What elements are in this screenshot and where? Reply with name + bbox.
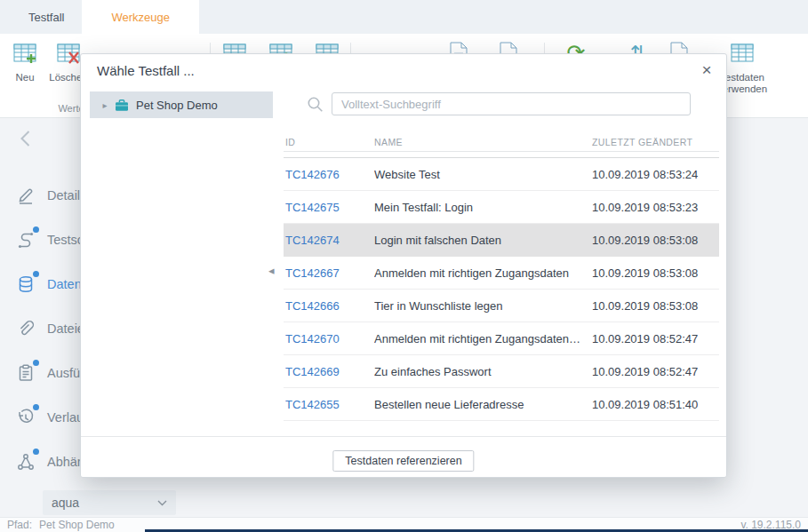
testcase-id-link[interactable]: TC142670: [284, 332, 374, 345]
tab-testfall-label: Testfall: [28, 11, 64, 24]
testcase-modified: 10.09.2019 08:53:08: [592, 234, 719, 247]
table-header: ID NAME ZULETZT GEÄNDERT: [284, 132, 719, 152]
dialog-title: Wähle Testfall ...: [97, 63, 195, 78]
briefcase-icon: [115, 99, 129, 112]
column-header-name[interactable]: NAME: [374, 137, 592, 147]
testcase-name: Login mit falschen Daten: [374, 234, 592, 247]
expand-arrow-icon[interactable]: ▸: [99, 100, 111, 110]
testcase-id-link[interactable]: TC142669: [284, 365, 374, 378]
testcase-rows: TC142676 Website Test 10.09.2019 08:53:2…: [284, 157, 719, 421]
table-new-icon: [12, 41, 37, 69]
table-row[interactable]: TC142674 Login mit falschen Daten 10.09.…: [284, 224, 719, 257]
table-row[interactable]: TC142669 Zu einfaches Passwort 10.09.201…: [284, 355, 719, 388]
testcase-id-link[interactable]: TC142676: [284, 168, 374, 181]
workspace-selector-value: aqua: [52, 496, 79, 510]
notification-dot: [33, 360, 39, 366]
testcase-name: Website Test: [374, 168, 592, 181]
sidebar-item-verlauf[interactable]: Verlauf: [16, 406, 87, 429]
testcase-id-link[interactable]: TC142666: [284, 299, 374, 313]
testcase-name: Anmelden mit richtigen Zugangsdaten (S..…: [374, 332, 592, 345]
testcase-id-link[interactable]: TC142675: [284, 201, 374, 214]
column-header-id[interactable]: ID: [284, 137, 374, 147]
testcase-name: Bestellen neue Lieferadresse: [374, 398, 592, 411]
sidebar-item-daten[interactable]: Daten: [16, 273, 82, 296]
notification-dot: [33, 449, 39, 455]
testcase-name: Tier in Wunschliste legen: [374, 299, 592, 313]
reference-testdata-button[interactable]: Testdaten referenzieren: [332, 450, 474, 472]
choose-testcase-dialog: Wähle Testfall ... × ▸ Pet Shop Demo ◂ I…: [80, 53, 727, 478]
clipboard-icon: [16, 363, 36, 383]
notification-dot: [33, 226, 39, 233]
history-icon: [16, 408, 36, 427]
search-input[interactable]: [332, 92, 691, 115]
testcase-name: Mein Testfall: Login: [374, 201, 592, 214]
ribbon-tab-bar: Testfall Werkzeuge: [0, 0, 808, 34]
workspace-selector[interactable]: aqua: [43, 490, 176, 515]
table-row[interactable]: TC142670 Anmelden mit richtigen Zugangsd…: [284, 322, 719, 355]
testcase-id-link[interactable]: TC142674: [284, 234, 374, 247]
testcase-id-link[interactable]: TC142667: [284, 266, 374, 280]
test-steps-icon: [16, 230, 36, 250]
table-use-icon: [730, 41, 755, 69]
table-row[interactable]: TC142667 Anmelden mit richtigen Zugangsd…: [284, 257, 719, 290]
collapse-panel-icon[interactable]: ◂: [268, 265, 275, 277]
footer-divider: [81, 436, 726, 437]
table-row[interactable]: TC142655 Bestellen neue Lieferadresse 10…: [284, 388, 719, 421]
testcase-name: Anmelden mit richtigen Zugangsdaten: [374, 266, 592, 280]
search-icon: [307, 96, 324, 116]
chevron-left-icon: [17, 129, 36, 152]
testcase-id-link[interactable]: TC142655: [284, 398, 374, 411]
testcase-modified: 10.09.2019 08:53:08: [592, 299, 719, 313]
notification-dot: [33, 404, 39, 410]
testcase-name: Zu einfaches Passwort: [374, 365, 592, 378]
tab-werkzeuge-label: Werkzeuge: [111, 11, 170, 24]
paperclip-icon: [16, 319, 36, 338]
sidebar-item-details[interactable]: Details: [16, 184, 86, 207]
hierarchy-icon: [16, 452, 36, 472]
new-button-label: Neu: [15, 72, 34, 83]
chevron-down-icon: [157, 500, 167, 506]
column-header-modified[interactable]: ZULETZT GEÄNDERT: [592, 137, 719, 147]
path-value: Pet Shop Demo: [39, 519, 115, 531]
table-delete-icon: [56, 41, 81, 69]
tab-testfall[interactable]: Testfall: [11, 0, 82, 34]
close-icon[interactable]: ×: [696, 60, 717, 81]
sidebar-collapse-button[interactable]: [16, 130, 37, 151]
sidebar-item-label: Daten: [47, 277, 82, 291]
table-row[interactable]: TC142675 Mein Testfall: Login 10.09.2019…: [284, 191, 719, 224]
testcase-modified: 10.09.2019 08:51:40: [592, 398, 719, 411]
testcase-modified: 10.09.2019 08:53:23: [592, 201, 719, 214]
pencil-icon: [16, 186, 36, 205]
new-button[interactable]: Neu: [5, 41, 44, 83]
database-icon: [16, 274, 36, 294]
testcase-modified: 10.09.2019 08:53:24: [592, 168, 719, 181]
table-row[interactable]: TC142666 Tier in Wunschliste legen 10.09…: [284, 290, 719, 322]
table-row[interactable]: TC142676 Website Test 10.09.2019 08:53:2…: [284, 158, 719, 191]
notification-dot: [33, 271, 39, 277]
tree-node-pet-shop-demo[interactable]: ▸ Pet Shop Demo: [90, 91, 273, 118]
path-label: Pfad:: [7, 519, 32, 531]
testcase-modified: 10.09.2019 08:52:47: [592, 332, 719, 345]
testcase-modified: 10.09.2019 08:53:08: [592, 266, 719, 280]
tab-werkzeuge[interactable]: Werkzeuge: [82, 0, 199, 34]
tree-node-label: Pet Shop Demo: [136, 99, 218, 112]
testcase-modified: 10.09.2019 08:52:47: [592, 365, 719, 378]
